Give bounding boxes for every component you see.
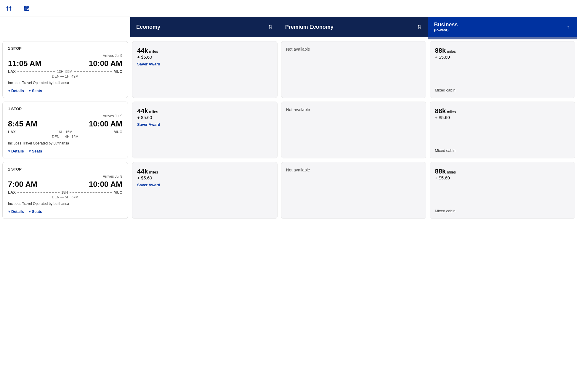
- business-header[interactable]: Business (lowest) ↑: [428, 17, 577, 37]
- business-fee-0: + $5.60: [435, 54, 570, 60]
- economy-label: Economy: [136, 24, 160, 30]
- economy-miles-2: 44k miles: [137, 168, 273, 175]
- depart-time-1: 8:45 AM: [8, 119, 37, 128]
- premium-cell-1: Not available: [281, 102, 427, 158]
- business-cell-2[interactable]: 88k miles + $5.60 Mixed cabin: [430, 162, 575, 219]
- layover-row-0: DEN — 1H, 49M: [8, 74, 122, 78]
- seats-chevron-2: ∨: [29, 210, 31, 213]
- economy-saver-award-2[interactable]: Saver Award: [137, 183, 273, 187]
- details-row-1: ∨ Details ∨ Seats: [8, 149, 122, 153]
- sub-header-business: [428, 37, 577, 39]
- business-sort-icon[interactable]: ↑: [565, 24, 571, 30]
- premium-cell-0: Not available: [281, 41, 427, 98]
- economy-sort-icon[interactable]: ⇅: [267, 24, 273, 30]
- times-row-1: 8:45 AM 10:00 AM: [8, 119, 122, 128]
- economy-cell-2[interactable]: 44k miles + $5.60 Saver Award: [132, 162, 278, 219]
- business-cell-1[interactable]: 88k miles + $5.60 Mixed cabin: [430, 102, 575, 158]
- destination-1: MUC: [113, 130, 122, 134]
- seats-label-1: Seats: [32, 149, 42, 153]
- business-subtitle: (lowest): [434, 28, 458, 32]
- premium-unavailable-2: Not available: [286, 168, 421, 172]
- business-miles-unit-1: miles: [446, 110, 456, 114]
- origin-2: LAX: [8, 190, 16, 195]
- seats-label-2: Seats: [32, 209, 42, 214]
- details-label-2: Details: [11, 209, 24, 214]
- business-miles-unit-2: miles: [446, 170, 456, 174]
- economy-header[interactable]: Economy ⇅: [130, 17, 279, 37]
- depart-time-2: 7:00 AM: [8, 180, 37, 189]
- premium-economy-label: Premium Economy: [285, 24, 334, 30]
- seven-day-calendar-link[interactable]: [24, 5, 32, 11]
- seats-chevron-0: ∨: [29, 89, 31, 92]
- layover-row-1: DEN — 4H, 12M: [8, 135, 122, 139]
- premium-unavailable-0: Not available: [286, 47, 421, 52]
- arrives-line-1: Arrives Jul 9: [8, 114, 122, 118]
- business-miles-value-2: 88k: [435, 168, 446, 175]
- seats-link-2[interactable]: ∨ Seats: [29, 209, 42, 214]
- duration-1: 16H, 15M: [57, 130, 72, 134]
- flights-container: 1 STOP Arrives Jul 9 11:05 AM 10:00 AM L…: [0, 39, 577, 221]
- arrive-time-0: 10:00 AM: [89, 59, 122, 68]
- mixed-cabin-0: Mixed cabin: [435, 88, 570, 92]
- column-headers: Economy ⇅ Premium Economy ⇅ Business (lo…: [0, 17, 577, 37]
- route-dash-right-2: [70, 192, 112, 193]
- top-bar: [0, 0, 577, 17]
- details-link-0[interactable]: ∨ Details: [8, 89, 24, 93]
- economy-miles-value-1: 44k: [137, 107, 148, 115]
- economy-miles-unit-0: miles: [148, 49, 158, 54]
- details-label-1: Details: [11, 149, 24, 153]
- mixed-cabin-1: Mixed cabin: [435, 148, 570, 153]
- flight-info-0: 1 STOP Arrives Jul 9 11:05 AM 10:00 AM L…: [2, 41, 128, 98]
- economy-miles-1: 44k miles: [137, 107, 273, 115]
- operated-by-2: Includes Travel Operated by Lufthansa: [8, 202, 122, 206]
- route-dash-right-1: [74, 132, 112, 132]
- route-row-2: LAX 18H MUC: [8, 190, 122, 195]
- origin-1: LAX: [8, 130, 16, 134]
- flight-info-2: 1 STOP Arrives Jul 9 7:00 AM 10:00 AM LA…: [2, 162, 128, 219]
- arrive-time-2: 10:00 AM: [89, 180, 122, 189]
- sub-header-premium: [279, 37, 428, 39]
- economy-cell-0[interactable]: 44k miles + $5.60 Saver Award: [132, 41, 278, 98]
- details-chevron-2: ∨: [8, 210, 10, 213]
- sub-header-empty: [0, 37, 130, 39]
- details-row-0: ∨ Details ∨ Seats: [8, 89, 122, 93]
- times-row-0: 11:05 AM 10:00 AM: [8, 59, 122, 68]
- compare-icon: [6, 5, 12, 11]
- compare-fare-types-link[interactable]: [6, 5, 14, 11]
- route-dash-left-2: [17, 192, 60, 193]
- stop-badge-0: 1 STOP: [8, 46, 122, 51]
- seats-label-0: Seats: [32, 89, 42, 93]
- details-chevron-1: ∨: [8, 150, 10, 153]
- details-row-2: ∨ Details ∨ Seats: [8, 209, 122, 214]
- business-miles-0: 88k miles: [435, 47, 570, 54]
- business-miles-2: 88k miles: [435, 168, 570, 175]
- arrives-line-2: Arrives Jul 9: [8, 174, 122, 179]
- empty-header: [0, 17, 130, 37]
- duration-2: 18H: [61, 190, 68, 195]
- premium-cell-2: Not available: [281, 162, 427, 219]
- economy-miles-value-0: 44k: [137, 47, 148, 54]
- business-miles-unit-0: miles: [446, 49, 456, 54]
- economy-miles-0: 44k miles: [137, 47, 273, 54]
- calendar-icon: [24, 5, 30, 11]
- seats-link-1[interactable]: ∨ Seats: [29, 149, 42, 153]
- business-fee-2: + $5.60: [435, 175, 570, 180]
- premium-economy-header[interactable]: Premium Economy ⇅: [279, 17, 428, 37]
- business-miles-value-0: 88k: [435, 47, 446, 54]
- economy-saver-award-1[interactable]: Saver Award: [137, 122, 273, 127]
- economy-miles-unit-2: miles: [148, 170, 158, 174]
- sub-header-economy: [130, 37, 279, 39]
- business-miles-1: 88k miles: [435, 107, 570, 115]
- layover-row-2: DEN — 5H, 57M: [8, 195, 122, 199]
- premium-sort-icon[interactable]: ⇅: [416, 24, 422, 30]
- details-link-1[interactable]: ∨ Details: [8, 149, 24, 153]
- business-cell-0[interactable]: 88k miles + $5.60 Mixed cabin: [430, 41, 575, 98]
- economy-saver-award-0[interactable]: Saver Award: [137, 62, 273, 66]
- seats-link-0[interactable]: ∨ Seats: [29, 89, 42, 93]
- origin-0: LAX: [8, 69, 16, 74]
- economy-fee-0: + $5.60: [137, 54, 273, 60]
- economy-cell-1[interactable]: 44k miles + $5.60 Saver Award: [132, 102, 278, 158]
- details-chevron-0: ∨: [8, 89, 10, 92]
- destination-0: MUC: [113, 69, 122, 74]
- details-link-2[interactable]: ∨ Details: [8, 209, 24, 214]
